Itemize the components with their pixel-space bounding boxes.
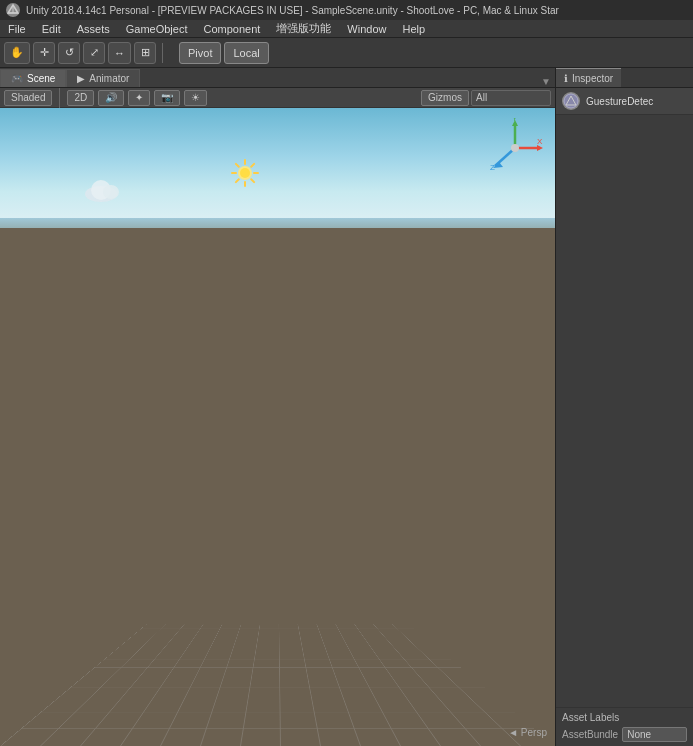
menu-file[interactable]: File xyxy=(0,20,34,37)
local-button[interactable]: Local xyxy=(224,42,268,64)
asset-bundle-label: AssetBundle xyxy=(562,729,618,740)
center-panel: 🎮 Scene ▶ Animator ▼ Shaded 2D 🔊 ✦ 📷 ☀ G… xyxy=(0,68,555,746)
svg-text:Z: Z xyxy=(490,163,495,172)
menu-enhanced[interactable]: 增强版功能 xyxy=(268,20,339,37)
unity-logo xyxy=(6,3,20,17)
svg-line-10 xyxy=(251,179,254,182)
menu-help[interactable]: Help xyxy=(394,20,433,37)
scene-tab-label: Scene xyxy=(27,73,55,84)
tool-hand[interactable]: ✋ xyxy=(4,42,30,64)
tool-rotate[interactable]: ↺ xyxy=(58,42,80,64)
sun-object xyxy=(230,158,260,188)
scene-tabs: 🎮 Scene ▶ Animator ▼ xyxy=(0,68,555,88)
menu-window[interactable]: Window xyxy=(339,20,394,37)
animator-tab-label: Animator xyxy=(89,73,129,84)
inspector-tab-label: Inspector xyxy=(572,73,613,84)
main-layout: 🎮 Scene ▶ Animator ▼ Shaded 2D 🔊 ✦ 📷 ☀ G… xyxy=(0,68,693,746)
svg-text:Y: Y xyxy=(512,118,518,123)
shaded-button[interactable]: Shaded xyxy=(4,90,52,106)
pivot-local-group: Pivot Local xyxy=(179,42,269,64)
animator-tab-icon: ▶ xyxy=(77,73,85,84)
title-bar: Unity 2018.4.14c1 Personal - [PREVIEW PA… xyxy=(0,0,693,20)
inspector-icon: ℹ xyxy=(564,73,568,84)
inspector-object-icon xyxy=(562,92,580,110)
asset-labels-section: Asset Labels AssetBundle None xyxy=(556,707,693,746)
options-sep-1 xyxy=(59,88,60,108)
panel-collapse-btn[interactable]: ▼ xyxy=(541,76,555,87)
svg-point-25 xyxy=(511,144,519,152)
tool-transform[interactable]: ⊞ xyxy=(134,42,156,64)
menu-assets[interactable]: Assets xyxy=(69,20,118,37)
scene-viewport: X Y Z ◄ Persp xyxy=(0,108,555,746)
sky-background xyxy=(0,108,555,228)
menu-component[interactable]: Component xyxy=(195,20,268,37)
tool-scale[interactable]: ⤢ xyxy=(83,42,105,64)
tab-inspector[interactable]: ℹ Inspector xyxy=(556,68,621,87)
title-text: Unity 2018.4.14c1 Personal - [PREVIEW PA… xyxy=(26,5,559,16)
inspector-header: GuestureDetec xyxy=(556,88,693,115)
toolbar: ✋ ✛ ↺ ⤢ ↔ ⊞ Pivot Local xyxy=(0,38,693,68)
inspector-content xyxy=(556,115,693,707)
inspector-tabs: ℹ Inspector xyxy=(556,68,693,88)
inspector-panel: ℹ Inspector GuestureDetec Asset Labels A… xyxy=(555,68,693,746)
svg-text:X: X xyxy=(537,137,543,146)
menu-gameobject[interactable]: GameObject xyxy=(118,20,196,37)
tab-animator[interactable]: ▶ Animator xyxy=(66,69,140,87)
svg-line-11 xyxy=(251,164,254,167)
cloud-object xyxy=(85,178,129,204)
sky-button[interactable]: ☀ xyxy=(184,90,207,106)
asset-bundle-row: AssetBundle None xyxy=(562,727,687,742)
toolbar-separator-1 xyxy=(162,43,163,63)
scene-tab-icon: 🎮 xyxy=(11,73,23,84)
svg-point-4 xyxy=(240,168,250,178)
audio-button[interactable]: 🔊 xyxy=(98,90,124,106)
camera-button[interactable]: 📷 xyxy=(154,90,180,106)
tool-move[interactable]: ✛ xyxy=(33,42,55,64)
effects-button[interactable]: ✦ xyxy=(128,90,150,106)
twod-button[interactable]: 2D xyxy=(67,90,94,106)
tab-scene[interactable]: 🎮 Scene xyxy=(0,69,66,87)
persp-label: ◄ Persp xyxy=(508,727,547,738)
tool-rect[interactable]: ↔ xyxy=(108,42,131,64)
menu-edit[interactable]: Edit xyxy=(34,20,69,37)
svg-line-9 xyxy=(236,164,239,167)
gizmo-widget: X Y Z xyxy=(485,118,545,178)
svg-line-12 xyxy=(236,179,239,182)
svg-point-15 xyxy=(103,185,119,199)
scene-search-input[interactable] xyxy=(471,90,551,106)
pivot-button[interactable]: Pivot xyxy=(179,42,221,64)
menu-bar: File Edit Assets GameObject Component 增强… xyxy=(0,20,693,38)
inspector-object-name: GuestureDetec xyxy=(586,96,653,107)
asset-bundle-value[interactable]: None xyxy=(622,727,687,742)
gizmos-search-group: Gizmos xyxy=(421,90,551,106)
scene-options-bar: Shaded 2D 🔊 ✦ 📷 ☀ Gizmos xyxy=(0,88,555,108)
asset-labels-header: Asset Labels xyxy=(562,712,687,723)
gizmos-button[interactable]: Gizmos xyxy=(421,90,469,106)
